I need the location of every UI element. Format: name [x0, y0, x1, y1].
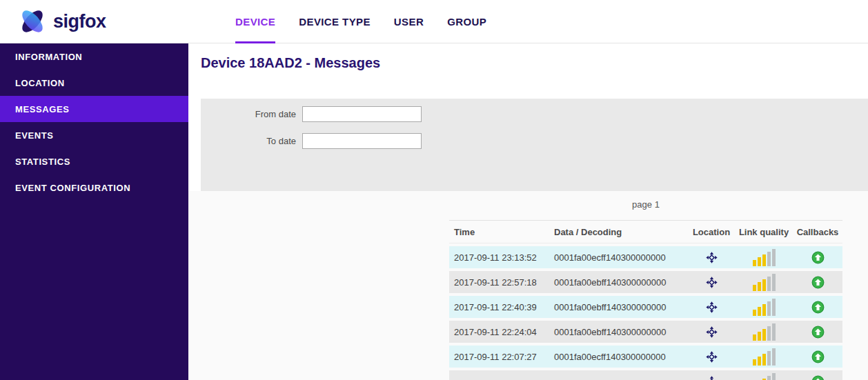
- to-date-input[interactable]: [302, 133, 422, 149]
- main-content: Device 18AAD2 - Messages From date To da…: [188, 43, 868, 380]
- table-row: [449, 370, 842, 380]
- column-header-callbacks: Callbacks: [793, 227, 842, 237]
- message-time: 2017-09-11 22:40:39: [449, 302, 551, 312]
- callback-uplink-icon: [811, 350, 825, 363]
- tab-device[interactable]: DEVICE: [235, 0, 275, 43]
- link-quality-bars: [753, 273, 776, 291]
- sidebar-item-events[interactable]: EVENTS: [0, 122, 188, 148]
- to-date-label: To date: [201, 136, 302, 146]
- message-data: 0001fa00ebff140300000000: [551, 277, 688, 288]
- callback-uplink-icon: [811, 276, 825, 289]
- table-row: 2017-09-11 22:40:39 0001fa00ebff14030000…: [449, 296, 842, 318]
- messages-section: page 1 Time Data / Decoding Location Lin…: [188, 191, 868, 380]
- tab-user[interactable]: USER: [394, 0, 424, 43]
- table-header-row: Time Data / Decoding Location Link quali…: [449, 221, 842, 243]
- callback-uplink-icon: [811, 326, 825, 339]
- message-data: 0001fa00ecff140300000000: [551, 352, 688, 362]
- date-filter-panel: From date To date: [201, 99, 868, 191]
- location-move-icon[interactable]: [706, 351, 718, 363]
- link-quality-bars: [753, 372, 776, 380]
- callback-uplink-icon: [811, 301, 825, 314]
- location-move-icon[interactable]: [706, 326, 718, 338]
- column-header-location: Location: [688, 227, 735, 237]
- sidebar-item-messages[interactable]: MESSAGES: [0, 96, 188, 122]
- message-time: 2017-09-11 22:07:27: [449, 352, 551, 362]
- sidebar-item-location[interactable]: LOCATION: [0, 70, 188, 96]
- table-row: 2017-09-11 22:07:27 0001fa00ecff14030000…: [449, 346, 842, 368]
- message-data: 0001fa00ebff140300000000: [551, 302, 688, 312]
- page-title: Device 18AAD2 - Messages: [201, 55, 868, 72]
- column-header-link-quality: Link quality: [735, 227, 793, 237]
- sidebar: INFORMATION LOCATION MESSAGES EVENTS STA…: [0, 43, 188, 380]
- location-move-icon[interactable]: [706, 301, 718, 313]
- from-date-label: From date: [201, 109, 302, 119]
- butterfly-logo-icon: [17, 6, 48, 37]
- location-move-icon[interactable]: [706, 277, 718, 288]
- table-row: 2017-09-11 22:24:04 0001fa00ebff14030000…: [449, 321, 842, 343]
- callback-uplink-icon: [811, 375, 825, 380]
- sidebar-item-statistics[interactable]: STATISTICS: [0, 148, 188, 174]
- message-data: 0001fa00ecff140300000000: [551, 252, 688, 263]
- column-header-time: Time: [449, 227, 551, 237]
- brand-name: sigfox: [53, 11, 106, 32]
- pagination-label: page 1: [449, 191, 842, 210]
- brand-logo[interactable]: sigfox: [17, 6, 106, 37]
- sidebar-item-event-configuration[interactable]: EVENT CONFIGURATION: [0, 174, 188, 201]
- messages-table: Time Data / Decoding Location Link quali…: [449, 220, 842, 380]
- callback-uplink-icon: [811, 251, 825, 264]
- message-time: 2017-09-11 22:57:18: [449, 277, 551, 288]
- link-quality-bars: [753, 298, 776, 316]
- message-time: 2017-09-11 22:24:04: [449, 327, 551, 337]
- message-data: 0001fa00ebff140300000000: [551, 327, 688, 337]
- tab-group[interactable]: GROUP: [447, 0, 486, 43]
- message-time: 2017-09-11 23:13:52: [449, 252, 551, 263]
- link-quality-bars: [753, 323, 776, 341]
- tab-device-type[interactable]: DEVICE TYPE: [299, 0, 371, 43]
- table-row: 2017-09-11 22:57:18 0001fa00ebff14030000…: [449, 271, 842, 293]
- location-move-icon[interactable]: [706, 252, 718, 263]
- link-quality-bars: [753, 248, 776, 266]
- top-header: sigfox DEVICE DEVICE TYPE USER GROUP: [0, 0, 868, 43]
- location-move-icon[interactable]: [706, 376, 718, 380]
- from-date-input[interactable]: [302, 106, 422, 122]
- link-quality-bars: [753, 348, 776, 366]
- top-nav: DEVICE DEVICE TYPE USER GROUP: [235, 0, 486, 43]
- column-header-data: Data / Decoding: [551, 227, 688, 237]
- table-row: 2017-09-11 23:13:52 0001fa00ecff14030000…: [449, 246, 842, 268]
- sidebar-item-information[interactable]: INFORMATION: [0, 43, 188, 70]
